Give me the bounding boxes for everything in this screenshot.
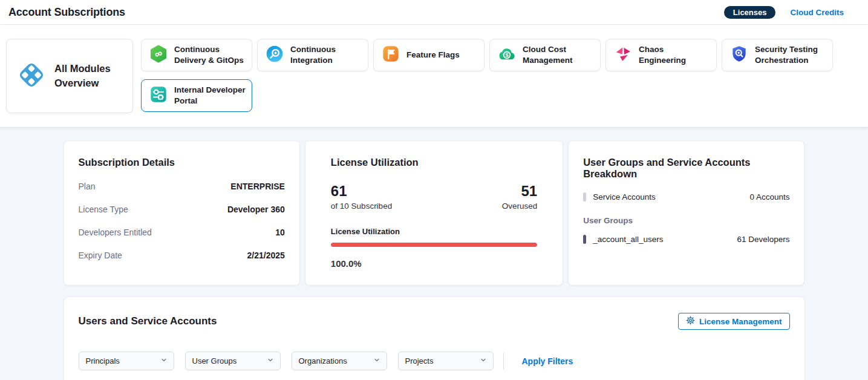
breakdown-title: User Groups and Service Accounts Breakdo… [583,157,789,180]
utilization-percent: 100.0% [331,258,537,269]
chevron-down-icon [480,356,487,365]
module-label: Internal Developer Portal [174,85,247,106]
overused-caption: Overused [502,201,538,211]
breakdown-card: User Groups and Service Accounts Breakdo… [568,140,804,286]
filters-row: Principals User Groups Organizations [79,352,790,370]
feature-flags-icon [381,44,400,66]
projects-filter-dropdown[interactable]: Projects [398,352,494,370]
module-label: Continuous Delivery & GitOps [174,44,247,65]
license-utilization-bar-track [331,243,537,247]
license-utilization-card: License Utilization 61 of 10 Subscribed … [305,140,563,286]
gear-icon [686,316,695,327]
service-accounts-marker [583,192,586,201]
subscription-details-title: Subscription Details [79,157,285,168]
chevron-down-icon [160,356,168,365]
subscription-details-card: Subscription Details Plan ENTERPRISE Lic… [64,140,300,286]
continuous-integration-icon [265,44,284,66]
svg-text:$: $ [505,52,509,58]
user-group-value: 61 Developers [737,235,789,244]
module-card-internal-developer-portal[interactable]: Internal Developer Portal [141,79,252,112]
license-management-label: License Management [699,317,782,326]
page-title: Account Subscriptions [8,6,125,19]
internal-developer-portal-icon [149,85,168,106]
principals-filter-dropdown[interactable]: Principals [79,352,174,370]
organizations-filter-dropdown[interactable]: Organizations [292,352,387,370]
used-count-block: 61 of 10 Subscribed [331,183,392,211]
chaos-engineering-icon [613,44,633,66]
used-count: 61 [331,183,392,200]
top-bar: Account Subscriptions Licenses Cloud Cre… [0,0,868,25]
module-label: Cloud Cost Management [523,44,595,65]
all-modules-overview-label: All Modules Overview [54,62,123,91]
module-label: Continuous Integration [290,44,363,65]
main-area: Subscription Details Plan ENTERPRISE Lic… [0,128,868,380]
module-card-cd-gitops[interactable]: ∞ Continuous Delivery & GitOps [141,39,252,71]
apply-filters-link[interactable]: Apply Filters [522,356,573,366]
all-modules-icon [16,60,47,93]
all-modules-overview-card[interactable]: All Modules Overview [6,39,133,113]
service-accounts-value: 0 Accounts [749,192,789,201]
user-group-marker [583,235,586,244]
user-group-row: _account_all_users 61 Developers [583,235,789,244]
filters-divider [503,353,504,370]
module-card-feature-flags[interactable]: Feature Flags [373,39,485,71]
module-label: Chaos Engineering [639,44,711,65]
utilization-bar-label: License Utilization [331,227,537,236]
module-card-chaos-engineering[interactable]: Chaos Engineering [605,39,717,71]
chevron-down-icon [373,356,380,365]
subscription-row-license-type: License Type Developer 360 [79,205,285,214]
tab-cloud-credits[interactable]: Cloud Credits [790,8,844,17]
overused-count-block: 51 Overused [502,183,538,211]
subscription-tabs: Licenses Cloud Credits [724,6,844,19]
license-numbers: 61 of 10 Subscribed 51 Overused [331,183,537,211]
stats-row: Subscription Details Plan ENTERPRISE Lic… [64,140,805,286]
used-caption: of 10 Subscribed [331,201,392,211]
module-label: Feature Flags [406,50,460,61]
tab-licenses[interactable]: Licenses [724,6,776,19]
overused-count: 51 [502,183,538,200]
subscription-row-developers-entitled: Developers Entitled 10 [79,228,285,237]
service-accounts-row: Service Accounts 0 Accounts [583,192,789,201]
security-testing-icon [729,44,749,66]
cd-gitops-icon: ∞ [149,44,168,66]
module-card-cloud-cost[interactable]: $ Cloud Cost Management [489,39,601,71]
module-label: Security Testing Orchestration [755,44,827,65]
service-accounts-label: Service Accounts [593,192,656,201]
module-grid: ∞ Continuous Delivery & GitOps Continuou… [141,39,833,113]
chevron-down-icon [267,356,274,365]
module-card-continuous-integration[interactable]: Continuous Integration [257,39,368,71]
cloud-cost-icon: $ [497,44,517,66]
user-groups-filter-dropdown[interactable]: User Groups [185,352,281,370]
license-utilization-title: License Utilization [331,157,537,168]
user-group-label: _account_all_users [593,235,663,244]
subscription-row-expiry-date: Expiry Date 2/21/2025 [79,251,285,260]
module-card-security-testing[interactable]: Security Testing Orchestration [722,39,833,71]
users-section-title: Users and Service Accounts [79,315,217,327]
license-utilization-bar-fill [331,243,537,247]
module-selector-band: All Modules Overview ∞ Continuous Delive… [0,25,868,128]
users-service-accounts-card: Users and Service Accounts License Manag… [64,296,805,380]
license-management-button[interactable]: License Management [678,313,790,330]
user-groups-heading: User Groups [583,216,789,225]
subscription-row-plan: Plan ENTERPRISE [79,182,285,191]
